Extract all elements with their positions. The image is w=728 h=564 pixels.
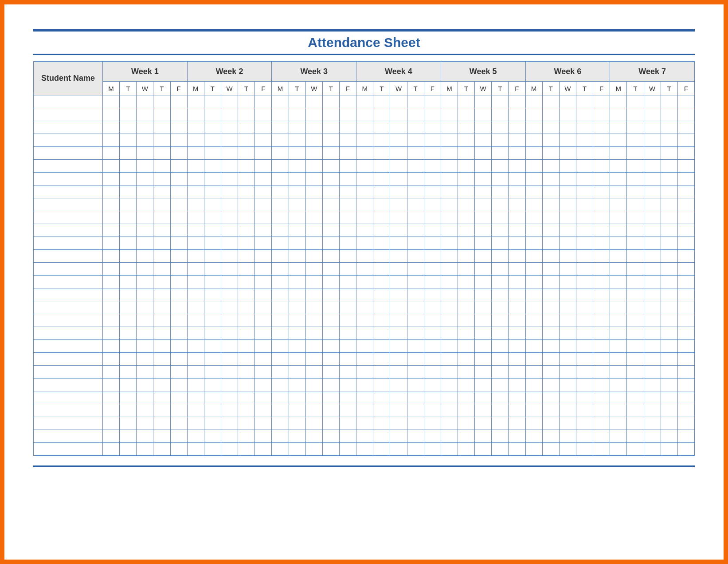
attendance-cell[interactable] [424,327,441,340]
attendance-cell[interactable] [137,121,153,134]
attendance-cell[interactable] [120,134,137,147]
attendance-cell[interactable] [153,95,170,108]
attendance-cell[interactable] [677,379,694,391]
attendance-cell[interactable] [441,147,458,160]
attendance-cell[interactable] [322,417,339,430]
attendance-cell[interactable] [305,379,322,391]
attendance-cell[interactable] [475,301,492,314]
attendance-cell[interactable] [509,185,525,198]
attendance-cell[interactable] [390,353,407,366]
attendance-cell[interactable] [458,211,474,224]
attendance-cell[interactable] [305,327,322,340]
attendance-cell[interactable] [153,327,170,340]
attendance-cell[interactable] [441,121,458,134]
attendance-cell[interactable] [441,160,458,173]
attendance-cell[interactable] [255,301,272,314]
attendance-cell[interactable] [525,391,542,404]
attendance-cell[interactable] [542,443,559,456]
attendance-cell[interactable] [492,108,509,121]
attendance-cell[interactable] [339,379,356,391]
attendance-cell[interactable] [305,121,322,134]
attendance-cell[interactable] [137,95,153,108]
attendance-cell[interactable] [187,237,204,250]
attendance-cell[interactable] [305,276,322,288]
student-name-cell[interactable] [34,301,103,314]
attendance-cell[interactable] [221,147,238,160]
attendance-cell[interactable] [492,250,509,263]
attendance-cell[interactable] [103,250,120,263]
attendance-cell[interactable] [103,198,120,211]
attendance-cell[interactable] [407,404,424,417]
attendance-cell[interactable] [170,224,187,237]
attendance-cell[interactable] [458,147,474,160]
attendance-cell[interactable] [103,237,120,250]
attendance-cell[interactable] [153,198,170,211]
attendance-cell[interactable] [661,379,677,391]
attendance-cell[interactable] [221,404,238,417]
student-name-cell[interactable] [34,211,103,224]
attendance-cell[interactable] [576,95,593,108]
attendance-cell[interactable] [644,185,661,198]
attendance-cell[interactable] [458,353,474,366]
attendance-cell[interactable] [644,108,661,121]
attendance-cell[interactable] [221,198,238,211]
attendance-cell[interactable] [153,366,170,379]
attendance-cell[interactable] [305,108,322,121]
attendance-cell[interactable] [661,237,677,250]
attendance-cell[interactable] [187,134,204,147]
attendance-cell[interactable] [559,301,576,314]
attendance-cell[interactable] [322,263,339,276]
attendance-cell[interactable] [509,353,525,366]
student-name-cell[interactable] [34,314,103,327]
attendance-cell[interactable] [661,224,677,237]
attendance-cell[interactable] [305,134,322,147]
attendance-cell[interactable] [373,134,390,147]
attendance-cell[interactable] [407,134,424,147]
attendance-cell[interactable] [103,430,120,443]
attendance-cell[interactable] [289,250,305,263]
attendance-cell[interactable] [593,353,610,366]
attendance-cell[interactable] [441,327,458,340]
attendance-cell[interactable] [339,237,356,250]
attendance-cell[interactable] [356,224,373,237]
attendance-cell[interactable] [322,198,339,211]
attendance-cell[interactable] [255,173,272,185]
attendance-cell[interactable] [661,108,677,121]
attendance-cell[interactable] [559,95,576,108]
attendance-cell[interactable] [576,391,593,404]
attendance-cell[interactable] [238,121,255,134]
attendance-cell[interactable] [559,134,576,147]
attendance-cell[interactable] [153,301,170,314]
attendance-cell[interactable] [475,121,492,134]
attendance-cell[interactable] [339,366,356,379]
attendance-cell[interactable] [390,237,407,250]
attendance-cell[interactable] [238,250,255,263]
attendance-cell[interactable] [103,173,120,185]
attendance-cell[interactable] [644,263,661,276]
attendance-cell[interactable] [677,250,694,263]
attendance-cell[interactable] [593,430,610,443]
attendance-cell[interactable] [289,147,305,160]
attendance-cell[interactable] [542,353,559,366]
attendance-cell[interactable] [610,340,627,353]
attendance-cell[interactable] [475,417,492,430]
attendance-cell[interactable] [627,443,644,456]
attendance-cell[interactable] [339,211,356,224]
attendance-cell[interactable] [255,108,272,121]
attendance-cell[interactable] [492,353,509,366]
student-name-cell[interactable] [34,147,103,160]
attendance-cell[interactable] [170,443,187,456]
attendance-cell[interactable] [542,237,559,250]
attendance-cell[interactable] [492,276,509,288]
attendance-cell[interactable] [289,173,305,185]
attendance-cell[interactable] [610,327,627,340]
attendance-cell[interactable] [373,417,390,430]
attendance-cell[interactable] [441,224,458,237]
attendance-cell[interactable] [627,391,644,404]
attendance-cell[interactable] [272,327,289,340]
attendance-cell[interactable] [272,263,289,276]
attendance-cell[interactable] [204,340,221,353]
attendance-cell[interactable] [458,327,474,340]
attendance-cell[interactable] [424,237,441,250]
attendance-cell[interactable] [272,417,289,430]
